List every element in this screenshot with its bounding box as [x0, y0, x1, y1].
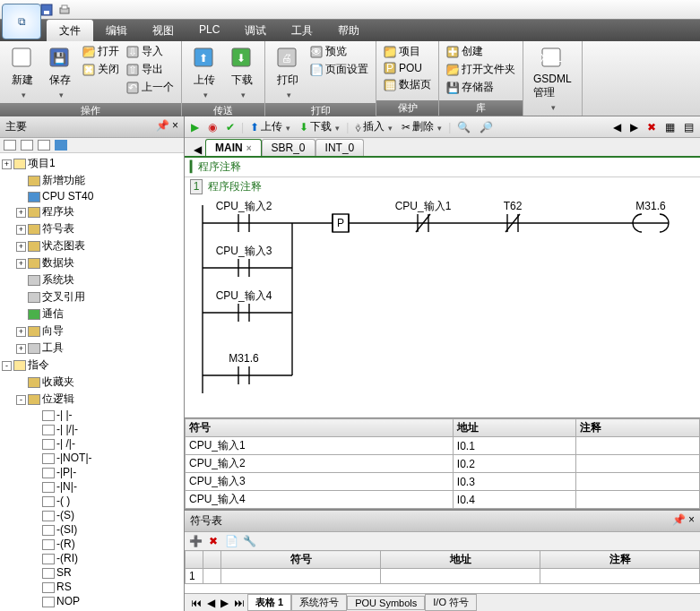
table-row[interactable]: CPU_输入3I0.3	[186, 473, 700, 491]
tree-tb-icon[interactable]	[38, 140, 50, 151]
sheet-first-icon[interactable]: ⏮	[188, 597, 204, 609]
app-button[interactable]: ⧉	[2, 4, 41, 39]
tree-tb-icon[interactable]	[4, 140, 16, 151]
tree-node[interactable]: +状态图表	[2, 237, 182, 254]
tree-node[interactable]: -|P|-	[2, 465, 182, 479]
openfolder-button[interactable]: 📂打开文件夹	[445, 61, 517, 78]
run-icon[interactable]: ▶	[188, 120, 202, 134]
menu-tab-PLC[interactable]: PLC	[186, 20, 232, 41]
sheet-tab[interactable]: POU Symbols	[347, 596, 425, 610]
tree-node[interactable]: -|NOT|-	[2, 451, 182, 465]
tree-node[interactable]: -位逻辑	[2, 391, 182, 408]
download-button[interactable]: ⬇下载	[225, 43, 259, 103]
tree-node[interactable]: +工具	[2, 340, 182, 357]
sheet-tab[interactable]: 系统符号	[291, 594, 347, 611]
open-button[interactable]: 📂打开	[81, 43, 121, 60]
table-row[interactable]: CPU_输入2I0.2	[186, 455, 700, 473]
tree-node[interactable]: 收藏夹	[2, 374, 182, 391]
delete-button[interactable]: ✂删除	[399, 118, 445, 135]
tree-node[interactable]: +项目1	[2, 155, 182, 172]
menu-tab-编辑[interactable]: 编辑	[93, 20, 140, 41]
page-button[interactable]: 📄页面设置	[308, 61, 370, 78]
tb-nav-icon[interactable]: ◀	[610, 120, 624, 134]
new-button[interactable]: ✚新建	[5, 43, 39, 103]
tree-node[interactable]: -(SI)	[2, 522, 182, 537]
menu-tab-调试[interactable]: 调试	[232, 20, 279, 41]
menu-tab-文件[interactable]: 文件	[47, 20, 93, 41]
tb-close-icon[interactable]: ✖	[644, 120, 659, 134]
tree-node[interactable]: -(S)	[2, 508, 182, 522]
tree-node[interactable]: NOP	[2, 594, 182, 608]
tree-node[interactable]: +数据块	[2, 254, 182, 271]
tb-misc-icon[interactable]: 🔍	[454, 120, 473, 134]
sheet-prev-icon[interactable]: ◀	[204, 597, 218, 609]
gsdml-button[interactable]: XMLGSDML管理	[529, 43, 576, 116]
tree-node[interactable]: -(RI)	[2, 551, 182, 565]
tree-node[interactable]: -(R)	[2, 537, 182, 551]
table-row[interactable]: CPU_输入1I0.1	[186, 437, 700, 455]
close-tab-icon[interactable]: ×	[246, 143, 252, 153]
tree-node[interactable]: 新增功能	[2, 172, 182, 189]
tree-node[interactable]: -| |/|-	[2, 422, 182, 436]
qa-print-icon[interactable]	[57, 3, 72, 17]
bp-del-icon[interactable]: ✖	[206, 534, 220, 548]
sheet-tab[interactable]: I/O 符号	[425, 594, 477, 611]
ladder-symbol-table[interactable]: 符号地址注释CPU_输入1I0.1CPU_输入2I0.2CPU_输入3I0.3C…	[185, 417, 700, 509]
pou-button[interactable]: PPOU	[382, 61, 433, 75]
upload-button[interactable]: ⬆上传	[247, 118, 293, 135]
tree-node[interactable]: +向导	[2, 323, 182, 340]
upload-button[interactable]: ⬆上传	[187, 43, 221, 103]
sheet-tab[interactable]: 表格 1	[247, 594, 291, 611]
tree-node[interactable]: 系统块	[2, 271, 182, 288]
tree-tb-icon[interactable]	[55, 140, 67, 151]
col-header[interactable]: 符号	[221, 551, 381, 569]
tree-node[interactable]: +程序块	[2, 203, 182, 220]
bp-add-icon[interactable]: ➕	[188, 534, 203, 548]
tree-node[interactable]: 通信	[2, 306, 182, 323]
storage-button[interactable]: 💾存储器	[445, 79, 517, 96]
tree-node[interactable]: -|N|-	[2, 479, 182, 494]
tb-nav-icon[interactable]: ▶	[627, 120, 641, 134]
check-icon[interactable]: ✔	[223, 120, 238, 134]
tree-node[interactable]: CPU ST40	[2, 189, 182, 203]
panel-pin-icon[interactable]: 📌 ×	[672, 513, 695, 529]
col-header[interactable]	[203, 551, 221, 569]
export-button[interactable]: ⇧导出	[125, 61, 176, 78]
doc-tab-INT_0[interactable]: INT_0	[315, 139, 365, 156]
bp-misc-icon[interactable]: 📄	[224, 534, 238, 548]
tree-node[interactable]: +符号表	[2, 220, 182, 237]
tb-tile-icon[interactable]: ▦	[662, 120, 678, 134]
preview-button[interactable]: 👁预览	[308, 43, 370, 60]
doc-tab-MAIN[interactable]: MAIN×	[205, 139, 262, 156]
doc-tab-SBR_0[interactable]: SBR_0	[262, 139, 315, 156]
ladder-editor[interactable]: ▎程序注释 1 程序段注释	[185, 158, 700, 417]
tree-node[interactable]: -指令	[2, 357, 182, 374]
save-button[interactable]: 💾保存	[43, 43, 77, 103]
col-header[interactable]: 地址	[381, 551, 540, 569]
col-header[interactable]: 符号	[186, 419, 454, 437]
table-row[interactable]: CPU_输入4I0.4	[186, 491, 700, 509]
col-header[interactable]: 注释	[576, 419, 700, 437]
tree-node[interactable]: SR	[2, 565, 182, 580]
symbol-grid[interactable]: 符号地址注释1	[185, 550, 700, 593]
prev-button[interactable]: ↶上一个	[125, 79, 176, 96]
col-header[interactable]	[186, 551, 203, 569]
panel-pin-icon[interactable]: 📌 ×	[156, 119, 178, 134]
tree-node[interactable]: -| /|-	[2, 436, 182, 451]
col-header[interactable]: 地址	[453, 419, 576, 437]
tree-tb-icon[interactable]	[21, 140, 33, 151]
menu-tab-视图[interactable]: 视图	[140, 20, 186, 41]
project-button[interactable]: 📁项目	[382, 43, 433, 60]
close-button[interactable]: ✖关闭	[81, 61, 121, 78]
tree-node[interactable]: 交叉引用	[2, 288, 182, 306]
bp-misc-icon[interactable]: 🔧	[242, 534, 256, 548]
tree-node[interactable]: RS	[2, 580, 182, 594]
create-button[interactable]: ✚创建	[445, 43, 517, 60]
download-button[interactable]: ⬇下载	[297, 118, 342, 135]
import-button[interactable]: ⇩导入	[125, 43, 176, 60]
tree-node[interactable]: -( )	[2, 494, 182, 508]
table-row[interactable]: 1	[186, 569, 700, 584]
col-header[interactable]: 注释	[540, 551, 700, 569]
sheet-last-icon[interactable]: ⏭	[231, 597, 247, 609]
datapage-button[interactable]: ▦数据页	[382, 76, 433, 93]
